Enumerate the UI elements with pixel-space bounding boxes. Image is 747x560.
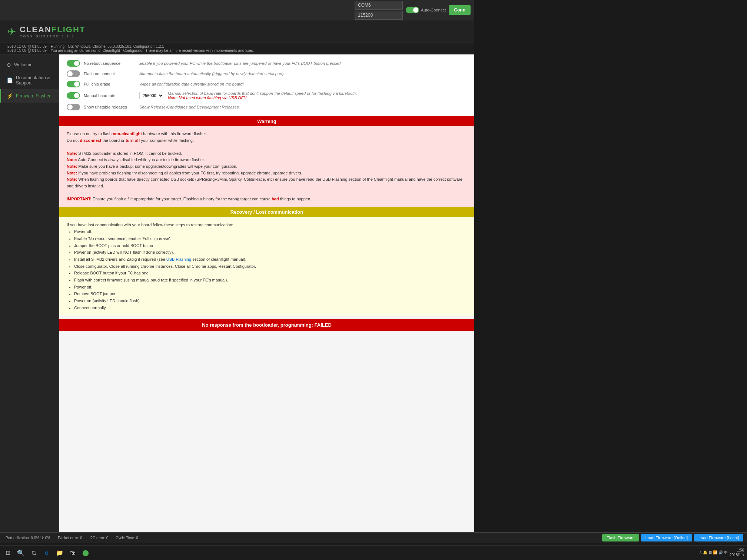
full-erase-desc: Wipes all configuration data currently s…	[139, 82, 244, 86]
auto-connect-label: Auto-Connect	[421, 8, 446, 12]
warning-body: Please do not try to flash non-cleanflig…	[59, 126, 474, 207]
list-item: Power off.	[74, 228, 467, 235]
logo-name: CLEANFLIGHT	[20, 25, 85, 34]
list-item: Connect normally.	[74, 304, 467, 311]
baud-select[interactable]: 11520057600	[355, 11, 403, 20]
no-reboot-desc: Enable if you powered your FC while the …	[139, 61, 342, 66]
option-manual-baud: Manual baud rate 115200 256000 500000 Ma…	[67, 89, 467, 102]
i2c-error: I2C error: 0	[90, 536, 109, 540]
full-erase-toggle[interactable]	[67, 81, 80, 87]
full-erase-label: Full chip erase	[84, 82, 136, 86]
manual-baud-desc: Manual selection of baud rate for boards…	[168, 91, 357, 100]
list-item: Power on (activity LED should flash).	[74, 297, 467, 304]
port-utilization: Port utilization: 0 0% U: 0%	[6, 536, 50, 540]
docs-icon: 📄	[7, 77, 13, 83]
list-item: Flash with correct firmware (using manua…	[74, 277, 467, 284]
unstable-label: Show unstable releases	[84, 105, 136, 109]
sidebar-label-documentation: Documentation & Support	[16, 75, 53, 86]
list-item: Power off.	[74, 284, 467, 291]
list-item: Power on (activity LED will NOT flash if…	[74, 249, 467, 256]
recovery-steps-list: Power off. Enable 'No reboot sequence', …	[74, 228, 467, 311]
logo-sub: CONFIGURATOR 1.2.1	[20, 34, 85, 38]
flash-connect-label: Flash on connect	[84, 71, 136, 76]
list-item: Release BOOT button if your FC has one.	[74, 270, 467, 277]
main-layout: ⊙ Welcome 📄 Documentation & Support ⚡ Fi…	[0, 54, 474, 540]
top-bar-controls: COM6COM5 11520057600 Auto-Connect Conn	[355, 1, 471, 20]
manual-baud-label: Manual baud rate	[84, 93, 136, 98]
usb-flashing-link[interactable]: USB Flashing	[166, 257, 191, 261]
warning-header: Warning	[59, 116, 474, 126]
list-item: Remove BOOT jumper.	[74, 290, 467, 297]
option-full-erase: Full chip erase Wipes all configuration …	[67, 79, 467, 89]
sidebar-label-welcome: Welcome	[14, 62, 33, 67]
status-line1: 2018-11-08 @ 01:55:39 – Running - OS: Wi…	[7, 44, 467, 49]
manual-baud-toggle[interactable]	[67, 92, 80, 99]
recovery-header: Recovery / Lost communication	[59, 207, 474, 217]
option-no-reboot: No reboot sequence Enable if you powered…	[67, 58, 467, 69]
recovery-body: If you have lost communication with your…	[59, 217, 474, 316]
sidebar-item-welcome[interactable]: ⊙ Welcome	[0, 58, 59, 71]
failed-bar: No response from the bootloader, program…	[59, 319, 474, 331]
header: ✈ CLEANFLIGHT CONFIGURATOR 1.2.1	[0, 20, 474, 43]
auto-connect-toggle[interactable]	[406, 7, 419, 13]
bottom-status-bar: Port utilization: 0 0% U: 0% Packet erro…	[0, 532, 474, 540]
flash-connect-toggle[interactable]	[67, 70, 80, 77]
firmware-icon: ⚡	[7, 93, 13, 99]
list-item: Install all STM32 drivers and Zadig if r…	[74, 256, 467, 263]
option-unstable: Show unstable releases Show Release-Cand…	[67, 102, 467, 112]
cycle-time: Cycle Time: 0	[116, 536, 138, 540]
recovery-section: Recovery / Lost communication If you hav…	[59, 207, 474, 316]
manual-baud-select[interactable]: 115200 256000 500000	[139, 92, 164, 99]
logo-text: CLEANFLIGHT CONFIGURATOR 1.2.1	[20, 25, 85, 38]
status-bar: 2018-11-08 @ 01:55:39 – Running - OS: Wi…	[0, 43, 474, 54]
recovery-intro: If you have lost communication with your…	[67, 221, 467, 229]
auto-connect-wrap: Auto-Connect	[406, 7, 446, 13]
logo: ✈ CLEANFLIGHT CONFIGURATOR 1.2.1	[7, 25, 467, 38]
welcome-icon: ⊙	[7, 62, 11, 68]
sidebar: ⊙ Welcome 📄 Documentation & Support ⚡ Fi…	[0, 54, 59, 540]
list-item: Enable 'No reboot sequence', enable 'Ful…	[74, 235, 467, 242]
logo-icon: ✈	[7, 26, 16, 38]
no-reboot-toggle[interactable]	[67, 60, 80, 67]
warning-section: Warning Please do not try to flash non-c…	[59, 116, 474, 207]
sidebar-item-firmware[interactable]: ⚡ Firmware Flasher	[0, 89, 59, 103]
sidebar-label-firmware: Firmware Flasher	[16, 93, 50, 99]
no-reboot-label: No reboot sequence	[84, 61, 136, 66]
sidebar-item-documentation[interactable]: 📄 Documentation & Support	[0, 71, 59, 89]
content-area: No reboot sequence Enable if you powered…	[59, 54, 474, 540]
option-flash-connect: Flash on connect Attempt to flash the bo…	[67, 69, 467, 79]
list-item: Jumper the BOOT pins or hold BOOT button…	[74, 242, 467, 249]
flash-connect-desc: Attempt to flash the board automatically…	[139, 71, 285, 76]
unstable-toggle[interactable]	[67, 104, 80, 110]
status-line2: 2018-11-08 @ 01:55:39 – You are using an…	[7, 49, 467, 53]
packet-error: Packet error: 0	[58, 536, 82, 540]
connect-button[interactable]: Conn	[449, 5, 471, 15]
port-select[interactable]: COM6COM5	[355, 1, 403, 10]
unstable-desc: Show Release-Candidates and Development …	[139, 105, 240, 109]
list-item: Close configurator, Close all running ch…	[74, 263, 467, 270]
options-panel: No reboot sequence Enable if you powered…	[59, 54, 474, 116]
top-bar: COM6COM5 11520057600 Auto-Connect Conn	[0, 0, 474, 20]
